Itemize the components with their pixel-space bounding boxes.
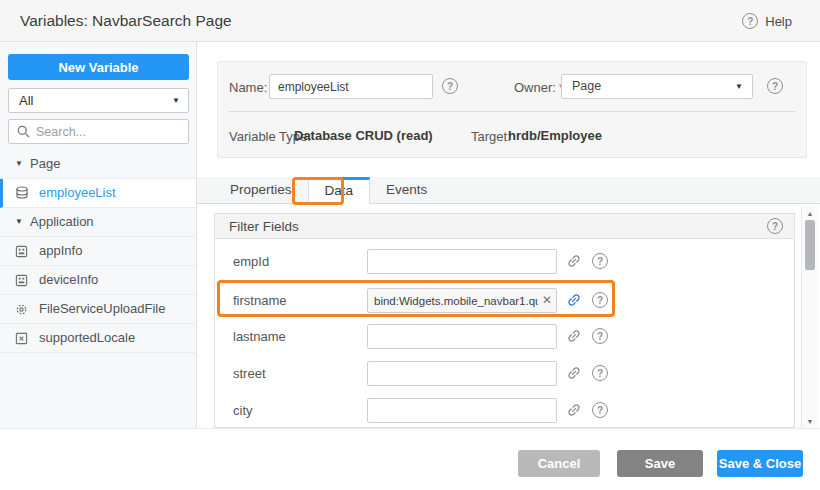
chevron-down-icon: ▼: [15, 150, 27, 178]
bind-link-icon[interactable]: [566, 253, 583, 270]
target-label: Target:: [471, 129, 511, 144]
city-help-icon[interactable]: ?: [592, 402, 608, 418]
dialog-header: Variables: NavbarSearch Page ? Help: [0, 0, 820, 42]
save-and-close-button[interactable]: Save & Close: [717, 450, 803, 477]
caret-down-icon: ▼: [172, 89, 180, 112]
tree-item-deviceInfo[interactable]: deviceInfo: [0, 266, 196, 295]
firstname-field[interactable]: [367, 288, 557, 313]
city-field[interactable]: [367, 398, 557, 423]
device-info-icon: [15, 274, 30, 287]
owner-label: Owner:*: [514, 80, 564, 95]
tree-group-page[interactable]: ▼ Page: [0, 150, 196, 179]
tree-item-employeeList[interactable]: employeeList: [0, 179, 196, 208]
app-info-icon: [15, 245, 30, 258]
tree-item-appInfo[interactable]: appInfo: [0, 237, 196, 266]
chevron-down-icon: ▼: [15, 208, 27, 236]
clear-binding-icon[interactable]: ✕: [542, 288, 552, 313]
owner-select[interactable]: Page ▼: [561, 74, 753, 99]
variables-tree: ▼ Page employeeList ▼ Application appInf…: [0, 150, 196, 353]
name-field[interactable]: [269, 74, 433, 99]
new-variable-button[interactable]: New Variable: [8, 54, 189, 80]
form-divider: [229, 111, 795, 112]
variable-details-form: Name:* ? Owner:* Page ▼ ? Variable Type:…: [217, 61, 807, 158]
bind-link-icon[interactable]: [566, 365, 583, 382]
target-value: hrdb/Employee: [508, 128, 602, 143]
content-scrollbar[interactable]: ▲ ▼: [801, 207, 818, 428]
database-icon: [15, 186, 30, 200]
locale-icon: [15, 332, 30, 345]
help-label: Help: [765, 14, 792, 29]
filter-row-lastname: lastname ?: [215, 324, 794, 349]
scroll-up-icon[interactable]: ▲: [802, 210, 818, 217]
category-filter-select[interactable]: All ▼: [8, 88, 189, 113]
owner-help-icon[interactable]: ?: [767, 78, 783, 94]
search-input[interactable]: [36, 125, 188, 139]
filter-row-firstname: firstname ✕ ?: [215, 288, 794, 313]
tab-properties[interactable]: Properties: [214, 177, 308, 203]
search-icon: [17, 125, 30, 138]
variable-type-value: Database CRUD (read): [294, 128, 433, 143]
tree-group-application[interactable]: ▼ Application: [0, 208, 196, 237]
tab-data[interactable]: Data: [308, 177, 371, 204]
tree-item-supportedLocale[interactable]: supportedLocale: [0, 324, 196, 353]
filter-row-empId: empId ?: [215, 249, 794, 274]
variables-sidebar: New Variable All ▼ ▼ Page employeeList ▼…: [0, 42, 197, 428]
category-filter-value: All: [19, 93, 33, 108]
street-field[interactable]: [367, 361, 557, 386]
cancel-button[interactable]: Cancel: [518, 450, 600, 477]
save-button[interactable]: Save: [617, 450, 703, 477]
caret-down-icon: ▼: [735, 75, 743, 98]
tree-item-FileServiceUploadFile[interactable]: FileServiceUploadFile: [0, 295, 196, 324]
name-help-icon[interactable]: ?: [442, 78, 458, 94]
filter-row-city: city ?: [215, 398, 794, 423]
service-icon: [15, 303, 30, 316]
firstname-help-icon[interactable]: ?: [592, 292, 608, 308]
dialog-title: Variables: NavbarSearch Page: [20, 0, 232, 42]
scrollbar-thumb[interactable]: [805, 220, 815, 270]
bind-link-icon[interactable]: [566, 292, 583, 309]
empId-help-icon[interactable]: ?: [592, 253, 608, 269]
lastname-help-icon[interactable]: ?: [592, 328, 608, 344]
filter-fields-header: Filter Fields ?: [215, 214, 794, 239]
street-help-icon[interactable]: ?: [592, 365, 608, 381]
lastname-field[interactable]: [367, 324, 557, 349]
empId-field[interactable]: [367, 249, 557, 274]
bind-link-icon[interactable]: [566, 328, 583, 345]
filter-fields-section: Filter Fields ? empId ? firstname ✕ ? la…: [214, 213, 795, 428]
scroll-down-icon[interactable]: ▼: [802, 418, 818, 425]
tab-strip: Properties Data Events: [197, 177, 820, 204]
bind-link-icon[interactable]: [566, 402, 583, 419]
tab-events[interactable]: Events: [370, 177, 443, 203]
filter-fields-title: Filter Fields: [229, 214, 299, 239]
filter-fields-help-icon[interactable]: ?: [767, 218, 783, 234]
variables-dialog: Variables: NavbarSearch Page ? Help New …: [0, 0, 820, 490]
help-icon: ?: [742, 13, 758, 29]
help-button[interactable]: ? Help: [742, 0, 792, 42]
filter-row-street: street ?: [215, 361, 794, 386]
owner-value: Page: [572, 79, 601, 93]
dialog-footer: Cancel Save Save & Close: [0, 428, 820, 490]
search-box: [8, 119, 189, 144]
